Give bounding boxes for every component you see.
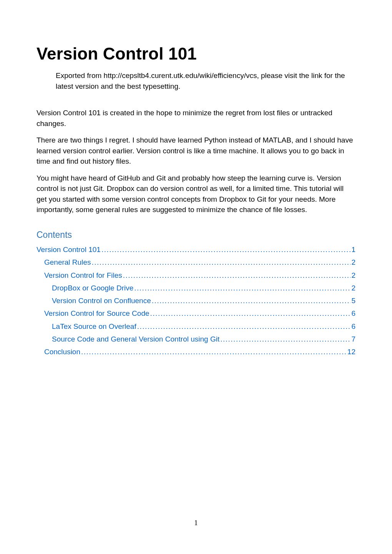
toc-label: General Rules xyxy=(44,256,91,269)
toc-entry[interactable]: LaTex Source on Overleaf 6 xyxy=(37,320,355,333)
toc-leader xyxy=(137,320,351,333)
toc-leader xyxy=(220,333,350,345)
body-text: Version Control 101 is created in the ho… xyxy=(37,108,355,215)
toc-label: DropBox or Google Drive xyxy=(52,282,133,294)
toc-page-number: 1 xyxy=(351,243,355,256)
toc-label: Version Control 101 xyxy=(37,243,101,256)
toc-label: LaTex Source on Overleaf xyxy=(52,320,136,333)
document-page: Version Control 101 Exported from http:/… xyxy=(0,0,392,554)
toc-page-number: 7 xyxy=(351,333,355,345)
toc-leader xyxy=(152,294,351,307)
toc-leader xyxy=(150,307,351,320)
toc-leader xyxy=(91,256,350,269)
export-note: Exported from http://cepsltb4.curent.utk… xyxy=(56,70,352,91)
toc-page-number: 6 xyxy=(351,307,355,320)
toc-page-number: 5 xyxy=(351,294,355,307)
paragraph: Version Control 101 is created in the ho… xyxy=(37,108,355,129)
toc-entry[interactable]: Source Code and General Version Control … xyxy=(37,333,355,345)
toc-entry[interactable]: Version Control on Confluence 5 xyxy=(37,294,355,307)
contents-heading: Contents xyxy=(37,230,355,240)
toc-page-number: 12 xyxy=(347,345,355,358)
toc-leader xyxy=(134,282,350,294)
table-of-contents: Version Control 101 1 General Rules 2 Ve… xyxy=(37,243,355,358)
toc-label: Version Control on Confluence xyxy=(52,294,151,307)
toc-entry[interactable]: Version Control for Source Code 6 xyxy=(37,307,355,320)
toc-leader xyxy=(101,243,351,256)
toc-entry[interactable]: General Rules 2 xyxy=(37,256,355,269)
toc-entry[interactable]: Version Control for Files 2 xyxy=(37,269,355,282)
toc-label: Version Control for Files xyxy=(44,269,122,282)
toc-entry[interactable]: Version Control 101 1 xyxy=(37,243,355,256)
document-title: Version Control 101 xyxy=(37,44,355,63)
toc-label: Conclusion xyxy=(44,345,80,358)
paragraph: There are two things I regret. I should … xyxy=(37,135,355,167)
toc-label: Source Code and General Version Control … xyxy=(52,333,219,345)
toc-entry[interactable]: Conclusion 12 xyxy=(37,345,355,358)
page-number: 1 xyxy=(0,519,392,527)
toc-page-number: 2 xyxy=(351,269,355,282)
toc-page-number: 2 xyxy=(351,256,355,269)
toc-leader xyxy=(123,269,351,282)
paragraph: You might have heard of GitHub and Git a… xyxy=(37,173,355,215)
toc-entry[interactable]: DropBox or Google Drive 2 xyxy=(37,282,355,294)
toc-label: Version Control for Source Code xyxy=(44,307,149,320)
toc-page-number: 2 xyxy=(351,282,355,294)
toc-leader xyxy=(81,345,347,358)
toc-page-number: 6 xyxy=(351,320,355,333)
